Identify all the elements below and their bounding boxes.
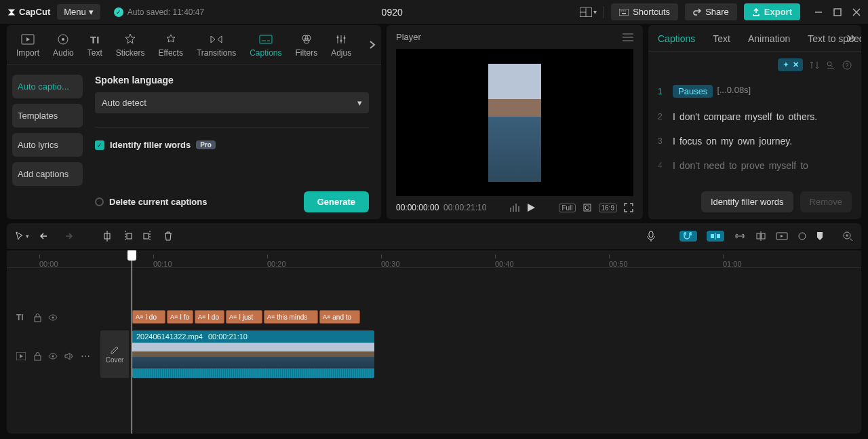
search-list-icon[interactable] <box>826 60 835 70</box>
rtab-captions[interactable]: Captions <box>658 33 695 44</box>
svg-point-12 <box>62 38 64 41</box>
svg-rect-45 <box>649 231 653 237</box>
undo-icon[interactable] <box>40 231 51 241</box>
tab-effects[interactable]: Effects <box>151 31 189 64</box>
tab-captions[interactable]: Captions <box>243 31 288 64</box>
expand-tabs-icon[interactable] <box>368 40 377 50</box>
align-icon[interactable] <box>755 231 766 241</box>
minimize-button[interactable] <box>814 7 823 17</box>
video-track: ⋯ Cover 202406141322.mp4 00:00:21:10 <box>7 330 861 382</box>
zoom-add-icon[interactable] <box>842 231 853 242</box>
lock-icon[interactable] <box>34 352 41 361</box>
delete-icon[interactable] <box>163 231 173 241</box>
mic-icon[interactable] <box>647 231 655 242</box>
caption-clip[interactable]: A≡and to <box>319 310 360 324</box>
tab-audio[interactable]: Audio <box>46 31 81 64</box>
circle-icon[interactable] <box>797 231 807 241</box>
caption-clip[interactable]: A≡I do <box>195 310 224 324</box>
expand-right-icon[interactable] <box>846 35 856 43</box>
eye-icon[interactable] <box>48 314 58 321</box>
caption-line[interactable]: 2 I don't compare myself to others. <box>658 104 852 129</box>
export-button[interactable]: Export <box>744 3 800 20</box>
rtab-animation[interactable]: Animation <box>748 33 790 44</box>
identify-filler-button[interactable]: Identify filler words <box>701 191 793 212</box>
maximize-button[interactable] <box>833 7 842 17</box>
caption-line[interactable]: 4 I don't need to prove myself to <box>658 153 852 178</box>
video-track-icon <box>16 352 27 360</box>
close-button[interactable] <box>852 7 861 17</box>
more-icon[interactable]: ⋯ <box>81 351 91 362</box>
caption-clip[interactable]: A≡I fo <box>167 310 193 324</box>
svg-rect-61 <box>35 356 41 360</box>
volume-bars-icon[interactable] <box>510 204 519 212</box>
pause-time: [...0.08s] <box>717 85 751 98</box>
tab-filters[interactable]: Filters <box>289 31 325 64</box>
rtab-text[interactable]: Text <box>713 33 730 44</box>
player-menu-icon[interactable] <box>623 33 633 41</box>
caption-clip[interactable]: A≡this minds <box>264 310 318 324</box>
tab-import[interactable]: Import <box>9 31 46 64</box>
inspector-panel: Captions Text Animation Text to speech ✕… <box>648 25 861 219</box>
remove-button[interactable]: Remove <box>800 191 852 212</box>
redo-icon[interactable] <box>62 231 73 241</box>
media-tabs: Import Audio TIText Stickers Effects Tra… <box>7 25 381 65</box>
sidebar-templates[interactable]: Templates <box>12 104 83 128</box>
fullscreen-icon[interactable] <box>624 203 633 212</box>
video-clip[interactable]: 202406141322.mp4 00:00:21:10 <box>132 330 374 378</box>
caption-line[interactable]: 3 I focus on my own journey. <box>658 129 852 153</box>
share-button[interactable]: Share <box>685 3 737 20</box>
lock-icon[interactable] <box>34 313 41 322</box>
transitions-icon <box>210 33 223 45</box>
svg-point-24 <box>344 37 346 39</box>
caption-line[interactable]: 1 Pauses [...0.08s] <box>658 78 852 104</box>
svg-rect-28 <box>510 208 511 212</box>
play-button[interactable] <box>526 203 536 212</box>
delete-radio[interactable] <box>95 197 104 206</box>
shortcuts-button[interactable]: Shortcuts <box>611 3 678 20</box>
svg-rect-42 <box>127 233 132 239</box>
crop-icon[interactable] <box>583 203 592 212</box>
ratio-badge[interactable]: 16:9 <box>599 204 617 212</box>
svg-point-53 <box>799 233 806 240</box>
snap-icon[interactable] <box>707 231 724 242</box>
tab-text[interactable]: TIText <box>81 31 109 64</box>
split-icon[interactable] <box>102 231 112 242</box>
magnet-on-icon[interactable] <box>679 231 697 242</box>
export-icon <box>752 8 760 16</box>
player-viewport[interactable] <box>396 49 633 196</box>
split-right-icon[interactable] <box>143 231 153 242</box>
tab-transitions[interactable]: Transitions <box>190 31 243 64</box>
playhead[interactable] <box>132 250 132 434</box>
audio-icon <box>56 33 70 45</box>
caption-track: TI A≡I doA≡I foA≡I doA≡I justA≡this mind… <box>7 307 861 328</box>
player-title: Player <box>396 32 421 42</box>
svg-point-6 <box>625 10 626 11</box>
caption-clip[interactable]: A≡I just <box>226 310 262 324</box>
split-left-icon[interactable] <box>123 231 132 242</box>
menu-button[interactable]: Menu ▾ <box>57 4 100 20</box>
tab-stickers[interactable]: Stickers <box>109 31 152 64</box>
mute-icon[interactable] <box>64 352 74 360</box>
layout-icon[interactable]: ▾ <box>580 7 597 17</box>
adjust-icon <box>334 33 348 45</box>
help-icon[interactable]: ? <box>842 60 852 70</box>
chevron-down-icon: ▾ <box>357 98 362 108</box>
language-select[interactable]: Auto detect ▾ <box>95 92 369 113</box>
sidebar-auto-lyrics[interactable]: Auto lyrics <box>12 133 83 157</box>
sidebar-auto-captions[interactable]: Auto captio... <box>12 75 83 98</box>
generate-button[interactable]: Generate <box>304 191 369 212</box>
link-icon[interactable] <box>734 233 746 240</box>
tab-adjust[interactable]: Adjus <box>324 31 358 64</box>
preview-icon[interactable] <box>776 232 788 240</box>
ai-badge[interactable]: ✕ <box>778 58 803 71</box>
pointer-tool-icon[interactable]: ▾ <box>15 231 29 241</box>
pause-badge: Pauses <box>673 85 713 98</box>
eye-icon[interactable] <box>48 353 58 360</box>
marker-icon[interactable] <box>816 231 823 241</box>
sort-icon[interactable] <box>810 60 819 70</box>
caption-clip[interactable]: A≡I do <box>132 310 165 324</box>
filler-checkbox[interactable]: ✓ <box>95 140 104 150</box>
sidebar-add-captions[interactable]: Add captions <box>12 162 83 186</box>
cover-button[interactable]: Cover <box>100 330 129 378</box>
full-badge[interactable]: Full <box>559 204 575 212</box>
